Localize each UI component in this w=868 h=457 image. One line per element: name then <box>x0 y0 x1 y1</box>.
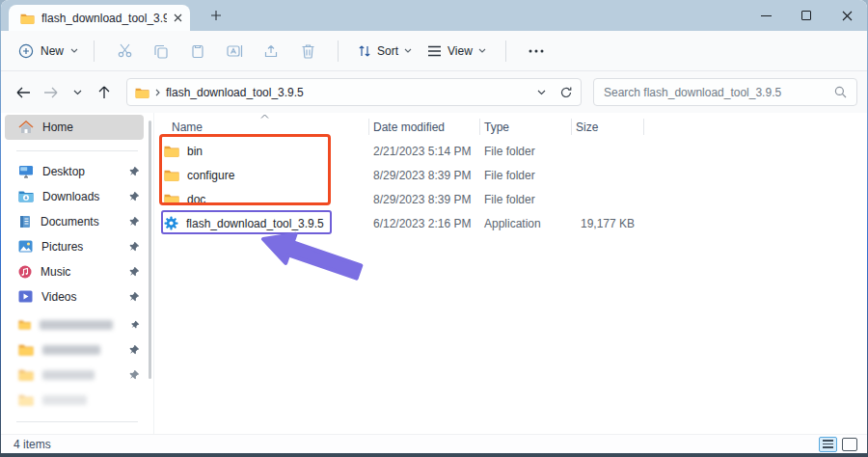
paste-button[interactable] <box>179 37 216 66</box>
share-button[interactable] <box>253 37 289 66</box>
file-list-pane: Name Date modified Type Size bin <box>154 113 867 434</box>
rename-button[interactable] <box>216 37 253 66</box>
new-tab-button[interactable] <box>203 3 229 28</box>
toolbar-separator <box>94 40 95 62</box>
tab-title: flash_download_tool_3.9.5 <box>41 12 167 25</box>
refresh-icon[interactable] <box>559 86 573 99</box>
more-icon <box>529 49 544 53</box>
sidebar-item-label: Videos <box>41 290 120 304</box>
redacted-label <box>40 320 113 330</box>
folder-icon <box>18 343 34 356</box>
sidebar-item-music[interactable]: Music <box>5 259 144 283</box>
forward-button[interactable] <box>38 79 63 106</box>
sidebar-item-documents[interactable]: Documents <box>5 209 144 233</box>
pin-icon[interactable] <box>130 319 140 331</box>
command-toolbar: New Sort <box>1 31 867 71</box>
sort-ascending-icon <box>260 114 269 119</box>
file-row-bin[interactable]: bin 2/21/2023 5:14 PM File folder <box>154 139 867 163</box>
file-row-application[interactable]: flash_download_tool_3.9.5 6/12/2023 2:16… <box>154 211 867 235</box>
delete-button[interactable] <box>289 37 326 66</box>
close-window-button[interactable] <box>827 0 867 31</box>
sort-button-label: Sort <box>377 44 398 58</box>
column-separator[interactable] <box>643 119 644 135</box>
pin-icon[interactable] <box>128 344 140 356</box>
sidebar-item-home[interactable]: Home <box>5 115 144 140</box>
up-button[interactable] <box>92 79 117 106</box>
sidebar-item-videos[interactable]: Videos <box>5 284 144 309</box>
sort-button[interactable]: Sort <box>350 44 420 58</box>
rename-icon <box>227 43 243 59</box>
sidebar-divider <box>16 150 138 151</box>
sidebar-item-redacted[interactable] <box>5 388 144 412</box>
maximize-button[interactable] <box>786 0 827 31</box>
pin-icon[interactable] <box>128 166 140 177</box>
search-input[interactable] <box>604 86 834 99</box>
pin-icon[interactable] <box>128 291 140 303</box>
back-arrow-icon <box>16 87 31 98</box>
status-bar: 4 items <box>1 434 867 453</box>
view-button[interactable]: View <box>420 44 494 58</box>
sidebar-scrollbar[interactable] <box>149 121 151 379</box>
recent-locations-button[interactable] <box>65 79 90 106</box>
toolbar-separator <box>505 40 506 62</box>
pin-icon[interactable] <box>128 266 140 278</box>
main-area: Home Desktop Downloads Documents <box>1 113 867 434</box>
see-more-button[interactable] <box>518 37 555 66</box>
breadcrumb-segment[interactable]: flash_download_tool_3.9.5 <box>166 86 304 99</box>
sidebar-item-desktop[interactable]: Desktop <box>5 159 144 183</box>
details-view-button[interactable] <box>819 437 837 452</box>
file-type: Application <box>479 217 571 230</box>
sidebar-blurred-items <box>1 312 153 412</box>
column-header-row: Name Date modified Type Size <box>154 115 867 139</box>
back-button[interactable] <box>11 79 36 106</box>
sidebar-item-label: Pictures <box>41 240 120 254</box>
pin-icon[interactable] <box>128 241 140 253</box>
sidebar-item-redacted[interactable] <box>5 363 144 387</box>
column-separator[interactable] <box>479 119 480 135</box>
column-header-name[interactable]: Name <box>154 121 368 134</box>
copy-button[interactable] <box>143 37 179 66</box>
column-separator[interactable] <box>368 119 369 135</box>
cut-button[interactable] <box>106 37 143 66</box>
minimize-button[interactable] <box>746 0 786 31</box>
pin-icon[interactable] <box>128 216 140 228</box>
sidebar-item-downloads[interactable]: Downloads <box>5 184 144 208</box>
cut-icon <box>117 42 133 59</box>
view-button-label: View <box>448 44 473 58</box>
sidebar-item-redacted[interactable] <box>5 312 144 336</box>
file-row-configure[interactable]: configure 8/29/2023 8:39 PM File folder <box>154 163 867 187</box>
new-plus-icon <box>18 43 34 59</box>
address-row: flash_download_tool_3.9.5 <box>1 71 867 113</box>
folder-icon <box>20 13 35 24</box>
new-button-label: New <box>41 44 64 58</box>
column-header-date-modified[interactable]: Date modified <box>368 121 479 134</box>
column-separator[interactable] <box>571 119 572 135</box>
sidebar-item-redacted[interactable] <box>5 337 144 362</box>
column-header-size[interactable]: Size <box>571 121 643 134</box>
close-tab-icon[interactable] <box>174 13 182 22</box>
file-explorer-window: flash_download_tool_3.9.5 New <box>1 0 867 453</box>
sidebar-item-pictures[interactable]: Pictures <box>5 234 144 258</box>
chevron-down-icon <box>478 48 486 53</box>
file-type: File folder <box>479 169 571 182</box>
search-icon[interactable] <box>834 86 847 98</box>
pin-icon[interactable] <box>128 191 140 202</box>
music-icon <box>18 265 32 279</box>
pin-icon[interactable] <box>128 369 140 381</box>
up-arrow-icon <box>98 86 110 99</box>
delete-icon <box>301 43 315 59</box>
folder-icon <box>18 368 34 381</box>
address-dropdown-icon[interactable] <box>537 90 546 95</box>
view-icon <box>427 45 442 57</box>
chevron-down-icon <box>73 90 82 95</box>
column-header-type[interactable]: Type <box>479 121 571 134</box>
large-icons-view-button[interactable] <box>842 438 857 451</box>
new-button[interactable]: New <box>14 43 82 59</box>
sort-icon <box>358 44 371 58</box>
forward-arrow-icon <box>43 87 58 98</box>
explorer-tab[interactable]: flash_download_tool_3.9.5 <box>9 5 190 31</box>
address-bar[interactable]: flash_download_tool_3.9.5 <box>126 78 582 106</box>
breadcrumb-chevron-icon <box>155 89 160 96</box>
file-row-doc[interactable]: doc 8/29/2023 8:39 PM File folder <box>154 187 867 211</box>
documents-icon <box>18 215 32 228</box>
